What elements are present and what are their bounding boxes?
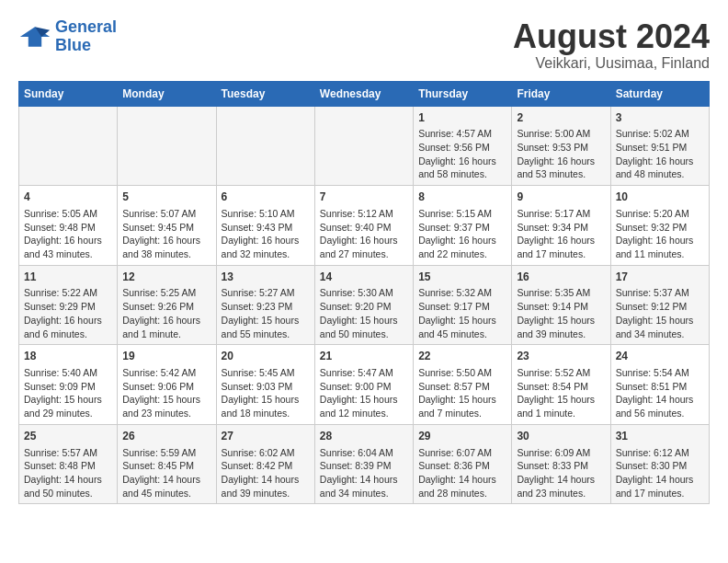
column-header-friday: Friday [512, 81, 610, 106]
day-number: 17 [616, 270, 704, 285]
day-content: Sunrise: 5:42 AM Sunset: 9:06 PM Dayligh… [122, 366, 210, 420]
page-subtitle: Veikkari, Uusimaa, Finland [513, 55, 710, 72]
day-number: 8 [418, 190, 506, 205]
day-number: 20 [222, 349, 310, 364]
column-header-monday: Monday [118, 81, 216, 106]
day-number: 27 [222, 429, 310, 444]
calendar-cell [314, 106, 413, 186]
day-content: Sunrise: 6:12 AM Sunset: 8:30 PM Dayligh… [616, 446, 704, 500]
calendar-cell: 12Sunrise: 5:25 AM Sunset: 9:26 PM Dayli… [118, 265, 216, 345]
calendar-cell: 21Sunrise: 5:47 AM Sunset: 9:00 PM Dayli… [314, 345, 413, 425]
column-header-saturday: Saturday [610, 81, 709, 106]
calendar-cell: 5Sunrise: 5:07 AM Sunset: 9:45 PM Daylig… [118, 186, 216, 266]
day-content: Sunrise: 6:04 AM Sunset: 8:39 PM Dayligh… [320, 446, 408, 500]
day-content: Sunrise: 5:45 AM Sunset: 9:03 PM Dayligh… [222, 366, 310, 420]
day-content: Sunrise: 5:17 AM Sunset: 9:34 PM Dayligh… [517, 207, 605, 261]
day-content: Sunrise: 5:07 AM Sunset: 9:45 PM Dayligh… [122, 207, 210, 261]
day-content: Sunrise: 5:15 AM Sunset: 9:37 PM Dayligh… [418, 207, 506, 261]
day-number: 4 [24, 190, 112, 205]
day-content: Sunrise: 5:57 AM Sunset: 8:48 PM Dayligh… [24, 446, 112, 500]
title-block: August 2024 Veikkari, Uusimaa, Finland [513, 18, 710, 72]
day-content: Sunrise: 5:10 AM Sunset: 9:43 PM Dayligh… [222, 207, 310, 261]
calendar-cell: 4Sunrise: 5:05 AM Sunset: 9:48 PM Daylig… [19, 186, 118, 266]
day-number: 2 [517, 110, 605, 126]
calendar-cell: 30Sunrise: 6:09 AM Sunset: 8:33 PM Dayli… [512, 424, 610, 504]
logo-line2: Blue [55, 36, 91, 54]
calendar-cell [19, 106, 118, 186]
logo-icon [18, 20, 51, 53]
day-number: 6 [222, 190, 310, 205]
day-number: 28 [320, 429, 408, 444]
day-number: 9 [517, 190, 605, 205]
day-number: 19 [122, 349, 210, 364]
day-number: 25 [24, 429, 112, 444]
calendar-cell: 17Sunrise: 5:37 AM Sunset: 9:12 PM Dayli… [610, 265, 709, 345]
day-content: Sunrise: 5:35 AM Sunset: 9:14 PM Dayligh… [517, 286, 605, 340]
logo: General Blue [18, 18, 117, 55]
calendar-cell [118, 106, 216, 186]
day-number: 16 [517, 270, 605, 285]
calendar-cell: 22Sunrise: 5:50 AM Sunset: 8:57 PM Dayli… [414, 345, 512, 425]
day-content: Sunrise: 5:40 AM Sunset: 9:09 PM Dayligh… [24, 366, 112, 420]
calendar-cell: 18Sunrise: 5:40 AM Sunset: 9:09 PM Dayli… [19, 345, 118, 425]
page-title: August 2024 [513, 18, 710, 55]
week-row: 1Sunrise: 4:57 AM Sunset: 9:56 PM Daylig… [19, 106, 710, 186]
day-content: Sunrise: 4:57 AM Sunset: 9:56 PM Dayligh… [418, 127, 506, 181]
day-number: 14 [320, 270, 408, 285]
day-content: Sunrise: 5:02 AM Sunset: 9:51 PM Dayligh… [616, 127, 704, 181]
logo-text: General Blue [55, 18, 117, 55]
calendar-cell: 15Sunrise: 5:32 AM Sunset: 9:17 PM Dayli… [414, 265, 512, 345]
day-number: 23 [517, 349, 605, 364]
day-content: Sunrise: 5:22 AM Sunset: 9:29 PM Dayligh… [24, 286, 112, 340]
calendar-cell: 14Sunrise: 5:30 AM Sunset: 9:20 PM Dayli… [314, 265, 413, 345]
calendar-cell: 8Sunrise: 5:15 AM Sunset: 9:37 PM Daylig… [414, 186, 512, 266]
day-content: Sunrise: 5:05 AM Sunset: 9:48 PM Dayligh… [24, 207, 112, 261]
day-content: Sunrise: 5:52 AM Sunset: 8:54 PM Dayligh… [517, 366, 605, 420]
day-content: Sunrise: 5:30 AM Sunset: 9:20 PM Dayligh… [320, 286, 408, 340]
calendar-cell: 28Sunrise: 6:04 AM Sunset: 8:39 PM Dayli… [314, 424, 413, 504]
calendar-cell: 9Sunrise: 5:17 AM Sunset: 9:34 PM Daylig… [512, 186, 610, 266]
day-number: 30 [517, 429, 605, 444]
day-number: 29 [418, 429, 506, 444]
day-number: 18 [24, 349, 112, 364]
calendar-cell: 29Sunrise: 6:07 AM Sunset: 8:36 PM Dayli… [414, 424, 512, 504]
column-header-sunday: Sunday [19, 81, 118, 106]
calendar-cell: 1Sunrise: 4:57 AM Sunset: 9:56 PM Daylig… [414, 106, 512, 186]
day-number: 22 [418, 349, 506, 364]
week-row: 18Sunrise: 5:40 AM Sunset: 9:09 PM Dayli… [19, 345, 710, 425]
day-content: Sunrise: 5:25 AM Sunset: 9:26 PM Dayligh… [122, 286, 210, 340]
day-number: 26 [122, 429, 210, 444]
page-header: General Blue August 2024 Veikkari, Uusim… [18, 18, 710, 72]
day-content: Sunrise: 5:20 AM Sunset: 9:32 PM Dayligh… [616, 207, 704, 261]
day-content: Sunrise: 6:02 AM Sunset: 8:42 PM Dayligh… [222, 446, 310, 500]
calendar-cell: 2Sunrise: 5:00 AM Sunset: 9:53 PM Daylig… [512, 106, 610, 186]
day-number: 10 [616, 190, 704, 205]
calendar-cell: 6Sunrise: 5:10 AM Sunset: 9:43 PM Daylig… [216, 186, 314, 266]
calendar-cell: 27Sunrise: 6:02 AM Sunset: 8:42 PM Dayli… [216, 424, 314, 504]
column-header-wednesday: Wednesday [314, 81, 413, 106]
day-number: 5 [122, 190, 210, 205]
day-number: 21 [320, 349, 408, 364]
day-content: Sunrise: 5:54 AM Sunset: 8:51 PM Dayligh… [616, 366, 704, 420]
calendar-cell: 26Sunrise: 5:59 AM Sunset: 8:45 PM Dayli… [118, 424, 216, 504]
calendar-cell: 3Sunrise: 5:02 AM Sunset: 9:51 PM Daylig… [610, 106, 709, 186]
day-number: 11 [24, 270, 112, 285]
calendar-cell: 25Sunrise: 5:57 AM Sunset: 8:48 PM Dayli… [19, 424, 118, 504]
calendar-cell: 23Sunrise: 5:52 AM Sunset: 8:54 PM Dayli… [512, 345, 610, 425]
day-content: Sunrise: 5:32 AM Sunset: 9:17 PM Dayligh… [418, 286, 506, 340]
calendar-table: SundayMondayTuesdayWednesdayThursdayFrid… [18, 81, 710, 505]
day-number: 12 [122, 270, 210, 285]
day-content: Sunrise: 5:47 AM Sunset: 9:00 PM Dayligh… [320, 366, 408, 420]
week-row: 4Sunrise: 5:05 AM Sunset: 9:48 PM Daylig… [19, 186, 710, 266]
calendar-cell: 7Sunrise: 5:12 AM Sunset: 9:40 PM Daylig… [314, 186, 413, 266]
calendar-cell: 31Sunrise: 6:12 AM Sunset: 8:30 PM Dayli… [610, 424, 709, 504]
week-row: 11Sunrise: 5:22 AM Sunset: 9:29 PM Dayli… [19, 265, 710, 345]
calendar-cell: 19Sunrise: 5:42 AM Sunset: 9:06 PM Dayli… [118, 345, 216, 425]
header-row: SundayMondayTuesdayWednesdayThursdayFrid… [19, 81, 710, 106]
day-content: Sunrise: 5:50 AM Sunset: 8:57 PM Dayligh… [418, 366, 506, 420]
day-content: Sunrise: 5:12 AM Sunset: 9:40 PM Dayligh… [320, 207, 408, 261]
column-header-thursday: Thursday [414, 81, 512, 106]
day-number: 1 [418, 110, 506, 126]
day-number: 7 [320, 190, 408, 205]
week-row: 25Sunrise: 5:57 AM Sunset: 8:48 PM Dayli… [19, 424, 710, 504]
